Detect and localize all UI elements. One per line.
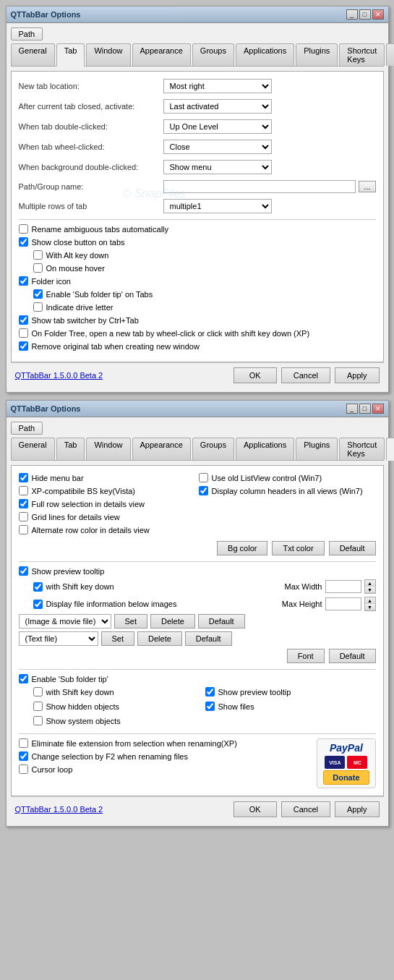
- tab-general-2[interactable]: General: [11, 438, 55, 460]
- cb-cursor-loop-input[interactable]: [19, 764, 28, 774]
- tab-misc-1[interactable]: Misc.: [386, 43, 394, 66]
- tab-plugins-1[interactable]: Plugins: [296, 43, 338, 66]
- max-height-down[interactable]: ▼: [365, 604, 375, 610]
- txt-color-button[interactable]: Txt color: [272, 541, 324, 555]
- font-default-button[interactable]: Default: [329, 649, 376, 663]
- cancel-button-2[interactable]: Cancel: [281, 801, 330, 817]
- path-group-control: ...: [163, 180, 376, 193]
- cb-show-system-input[interactable]: [33, 716, 43, 725]
- maximize-button-1[interactable]: □: [359, 9, 371, 20]
- cb-remove-original-label: Remove original tab when creating new wi…: [32, 342, 200, 351]
- cb-xp-compat: XP-compatibile BS key(Vista): [19, 486, 196, 495]
- tab-appearance-2[interactable]: Appearance: [132, 438, 191, 460]
- donate-button[interactable]: Donate: [323, 770, 369, 785]
- path-group-browse[interactable]: ...: [359, 181, 375, 192]
- cb-subfolder-preview-input[interactable]: [205, 687, 215, 696]
- file-type-select-1[interactable]: (Image & movie file): [19, 614, 111, 629]
- file-delete-button-1[interactable]: Delete: [150, 614, 195, 629]
- ok-button-2[interactable]: OK: [234, 801, 277, 817]
- cb-xp-compat-input[interactable]: [19, 486, 28, 495]
- cancel-button-1[interactable]: Cancel: [281, 367, 330, 383]
- tab-groups-1[interactable]: Groups: [192, 43, 234, 66]
- cb-full-row-input[interactable]: [19, 499, 28, 508]
- ok-button-1[interactable]: OK: [234, 367, 277, 383]
- wheel-click-select[interactable]: Close: [163, 140, 272, 154]
- cb-subfolder-with-shift-input[interactable]: [33, 687, 43, 696]
- minimize-button-1[interactable]: _: [346, 9, 358, 20]
- cb-on-mouse-hover-input[interactable]: [33, 263, 43, 273]
- cb-enable-subfolder-input[interactable]: [33, 289, 43, 299]
- cb-subfolder-with-shift-label: with Shift key down: [46, 688, 114, 696]
- bg-color-button[interactable]: Bg color: [217, 541, 267, 555]
- cb-show-preview-input[interactable]: [19, 566, 28, 576]
- cb-with-alt-input[interactable]: [33, 250, 43, 260]
- cb-display-col-headers-input[interactable]: [199, 486, 208, 495]
- max-width-input[interactable]: 512: [325, 580, 361, 593]
- cb-display-col-headers: Display column headers in all views (Win…: [199, 486, 376, 495]
- cb-hide-menu-input[interactable]: [19, 473, 28, 482]
- tab-window-2[interactable]: Window: [86, 438, 130, 460]
- cb-show-hidden-input[interactable]: [33, 702, 43, 711]
- bg-dbl-select[interactable]: Show menu: [163, 160, 272, 174]
- max-width-up[interactable]: ▲: [365, 580, 375, 587]
- apply-button-1[interactable]: Apply: [335, 367, 380, 383]
- tab-applications-2[interactable]: Applications: [236, 438, 294, 460]
- tab-tab-2[interactable]: Tab: [56, 438, 85, 460]
- minimize-button-2[interactable]: _: [346, 404, 358, 414]
- cb-indicate-drive-input[interactable]: [33, 302, 43, 312]
- cb-show-files-input[interactable]: [205, 702, 215, 711]
- footer-link-1[interactable]: QTTabBar 1.5.0.0 Beta 2: [15, 371, 103, 380]
- file-default-button-2[interactable]: Default: [185, 631, 232, 646]
- cb-alternate-row-input[interactable]: [19, 525, 28, 534]
- cb-on-folder-tree-input[interactable]: [19, 328, 28, 338]
- tab-general-1[interactable]: General: [11, 43, 55, 66]
- footer-link-2[interactable]: QTTabBar 1.5.0.0 Beta 2: [15, 805, 103, 814]
- close-button-2[interactable]: ✕: [372, 404, 384, 414]
- apply-button-2[interactable]: Apply: [335, 801, 380, 817]
- cb-show-tab-switcher-input[interactable]: [19, 315, 28, 325]
- max-height-up[interactable]: ▲: [365, 597, 375, 604]
- path-button-1[interactable]: Path: [11, 27, 43, 41]
- tab-misc-2[interactable]: Misc.: [386, 438, 394, 461]
- max-height-input[interactable]: 256: [325, 597, 361, 610]
- font-button[interactable]: Font: [287, 649, 325, 663]
- path-group-input[interactable]: [163, 180, 356, 193]
- cb-use-old-listview-input[interactable]: [199, 473, 208, 482]
- dbl-click-select[interactable]: Up One Level: [163, 119, 272, 134]
- cb-show-close-input[interactable]: [19, 237, 28, 247]
- tab-groups-2[interactable]: Groups: [192, 438, 234, 460]
- after-tab-select[interactable]: Last activated: [163, 99, 272, 114]
- cb-remove-original-input[interactable]: [19, 341, 28, 351]
- cb-rename-ambiguous-input[interactable]: [19, 224, 28, 234]
- new-tab-select[interactable]: Most right: [163, 79, 272, 93]
- divider-1: [19, 219, 376, 220]
- multi-rows-select[interactable]: multiple1: [163, 199, 272, 213]
- cb-with-shift-label: with Shift key down: [46, 582, 114, 591]
- maximize-button-2[interactable]: □: [359, 404, 371, 414]
- max-width-down[interactable]: ▼: [365, 587, 375, 593]
- close-button-1[interactable]: ✕: [372, 9, 384, 20]
- cb-display-file-info-input[interactable]: [33, 600, 43, 609]
- cb-show-close: Show close button on tabs: [19, 237, 376, 247]
- cb-change-selection-f2-input[interactable]: [19, 751, 28, 761]
- file-set-button-2[interactable]: Set: [101, 631, 135, 646]
- cb-elim-file-ext-input[interactable]: [19, 738, 28, 748]
- tab-shortcut-2[interactable]: Shortcut Keys: [339, 438, 385, 460]
- tab-applications-1[interactable]: Applications: [236, 43, 294, 66]
- file-delete-button-2[interactable]: Delete: [137, 631, 182, 646]
- file-type-select-2[interactable]: (Text file): [19, 631, 98, 646]
- path-button-2[interactable]: Path: [11, 422, 43, 435]
- tab-tab-1[interactable]: Tab: [56, 43, 85, 67]
- file-set-button-1[interactable]: Set: [114, 614, 148, 629]
- cb-enable-subfolder-tip-input[interactable]: [19, 674, 28, 683]
- window2: QTTabBar Options _ □ ✕ Path General Tab …: [6, 400, 389, 827]
- tab-window-1[interactable]: Window: [86, 43, 130, 66]
- tab-plugins-2[interactable]: Plugins: [296, 438, 338, 460]
- cb-grid-lines-input[interactable]: [19, 512, 28, 521]
- cb-folder-icon-input[interactable]: [19, 276, 28, 286]
- cb-with-shift-input[interactable]: [33, 582, 43, 592]
- tab-shortcut-1[interactable]: Shortcut Keys: [339, 43, 385, 66]
- file-default-button-1[interactable]: Default: [198, 614, 245, 629]
- color-default-button[interactable]: Default: [329, 541, 376, 555]
- tab-appearance-1[interactable]: Appearance: [132, 43, 191, 66]
